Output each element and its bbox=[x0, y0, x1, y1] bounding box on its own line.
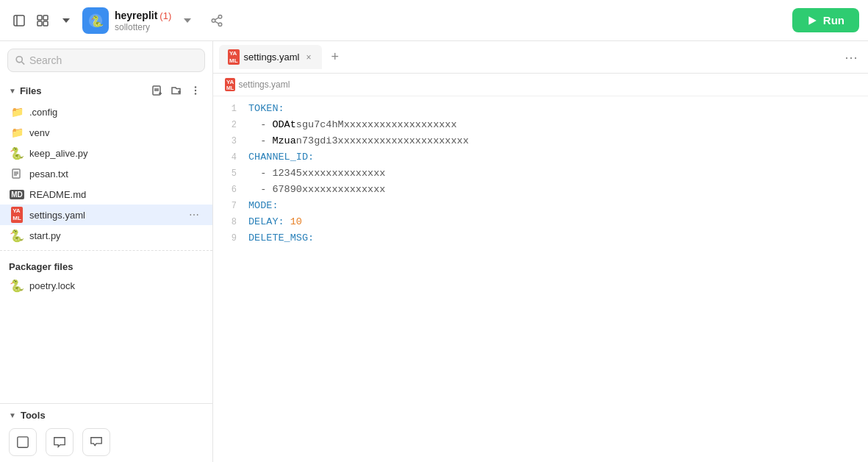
files-more-button[interactable] bbox=[187, 82, 204, 99]
sidebar-toggle-button[interactable] bbox=[9, 10, 29, 31]
dropdown-toggle-button[interactable] bbox=[56, 10, 76, 31]
svg-marker-9 bbox=[184, 18, 191, 23]
svg-point-16 bbox=[16, 57, 22, 63]
new-file-button[interactable] bbox=[149, 82, 165, 99]
tab-close-button[interactable]: × bbox=[304, 51, 313, 63]
svg-rect-2 bbox=[37, 15, 42, 20]
code-line: 5 - 12345xxxxxxxxxxxxxx bbox=[213, 167, 868, 183]
code-line: 4 CHANNEL_ID: bbox=[213, 151, 868, 167]
files-label-group: ▼ Files bbox=[9, 85, 42, 96]
search-bar[interactable] bbox=[7, 49, 205, 72]
svg-marker-6 bbox=[62, 18, 70, 23]
file-name: venv bbox=[29, 127, 202, 138]
svg-line-13 bbox=[215, 21, 219, 24]
file-name: README.md bbox=[29, 189, 202, 200]
python-icon: 🐍 bbox=[10, 279, 24, 292]
tools-label: ▼ Tools bbox=[9, 410, 204, 421]
tab-label: settings.yaml bbox=[244, 51, 300, 63]
breadcrumb-text: settings.yaml bbox=[238, 79, 290, 90]
list-item[interactable]: 🐍 keep_alive.py bbox=[0, 143, 212, 163]
repl-subtitle: sollottery bbox=[115, 22, 171, 32]
breadcrumb-yaml-icon: YAML bbox=[225, 78, 235, 91]
code-line: 1 TOKEN: bbox=[213, 102, 868, 118]
file-name: .config bbox=[29, 107, 202, 118]
repl-logo: 🐍 bbox=[82, 7, 109, 34]
svg-rect-32 bbox=[18, 437, 28, 447]
folder-icon: 📁 bbox=[10, 105, 24, 118]
code-line: 3 - Mzuan73gdi3xxxxxxxxxxxxxxxxxxxxxx bbox=[213, 135, 868, 151]
svg-point-10 bbox=[219, 15, 223, 18]
new-folder-button[interactable] bbox=[168, 82, 184, 99]
svg-text:🐍: 🐍 bbox=[90, 14, 104, 27]
svg-point-25 bbox=[195, 86, 196, 88]
layout-toggle-button[interactable] bbox=[32, 10, 53, 31]
files-actions bbox=[149, 82, 204, 99]
sidebar: ▼ Files 📁 .config bbox=[0, 41, 213, 462]
list-item[interactable]: 📁 venv bbox=[0, 122, 212, 143]
topbar-left: 🐍 heyreplit(1) sollottery bbox=[9, 7, 227, 34]
tools-icons bbox=[9, 425, 204, 459]
list-item[interactable]: MD README.md bbox=[0, 184, 212, 205]
sidebar-toggle-icons bbox=[9, 10, 76, 31]
search-input[interactable] bbox=[29, 54, 197, 66]
tab-more-button[interactable]: ⋯ bbox=[840, 46, 862, 68]
svg-marker-15 bbox=[808, 16, 817, 25]
editor-area: YAML settings.yaml × + ⋯ YAML settings.y… bbox=[213, 41, 868, 462]
repl-title-block: heyreplit(1) sollottery bbox=[115, 9, 171, 32]
svg-rect-0 bbox=[14, 15, 24, 26]
code-line: 9 DELETE_MSG: bbox=[213, 232, 868, 248]
tab-bar: YAML settings.yaml × + ⋯ bbox=[213, 41, 868, 74]
tab-settings-yaml[interactable]: YAML settings.yaml × bbox=[219, 45, 322, 69]
files-label: Files bbox=[20, 85, 42, 96]
svg-point-11 bbox=[212, 18, 216, 22]
tab-yaml-icon: YAML bbox=[228, 49, 240, 65]
chat-tool-button[interactable] bbox=[46, 428, 73, 456]
packager-section-header: Packager files bbox=[0, 255, 212, 275]
svg-rect-4 bbox=[37, 21, 42, 26]
code-line: 7 MODE: bbox=[213, 199, 868, 216]
search-icon bbox=[15, 55, 25, 65]
section-divider bbox=[0, 250, 212, 251]
code-line: 2 - ODAtsgu7c4hMxxxxxxxxxxxxxxxxxxx bbox=[213, 118, 868, 135]
yaml-icon: YAML bbox=[10, 208, 24, 221]
tools-section: ▼ Tools bbox=[0, 403, 212, 462]
files-section-header: ▼ Files bbox=[0, 77, 212, 102]
console-tool-button[interactable] bbox=[9, 428, 37, 456]
svg-line-17 bbox=[21, 62, 24, 65]
list-item[interactable]: 🐍 poetry.lock bbox=[0, 275, 212, 296]
text-file-icon bbox=[10, 167, 24, 180]
run-button[interactable]: Run bbox=[792, 8, 859, 32]
svg-line-14 bbox=[215, 17, 219, 19]
markdown-icon: MD bbox=[10, 188, 24, 201]
file-name: pesan.txt bbox=[29, 168, 202, 180]
list-item[interactable]: 🐍 start.py bbox=[0, 225, 212, 246]
python-icon: 🐍 bbox=[10, 229, 24, 242]
share-button[interactable] bbox=[207, 10, 227, 31]
list-item[interactable]: 📁 .config bbox=[0, 102, 212, 122]
python-icon: 🐍 bbox=[10, 146, 24, 160]
breadcrumb: YAML settings.yaml bbox=[213, 74, 868, 96]
packager-label: Packager files bbox=[9, 261, 73, 272]
file-more-button[interactable]: ⋯ bbox=[186, 209, 202, 221]
file-name: settings.yaml bbox=[29, 210, 180, 221]
svg-point-27 bbox=[195, 93, 196, 94]
list-item[interactable]: YAML settings.yaml ⋯ bbox=[0, 205, 212, 225]
inbox-tool-button[interactable] bbox=[82, 428, 110, 456]
main-layout: ▼ Files 📁 .config bbox=[0, 41, 868, 462]
svg-rect-5 bbox=[43, 21, 48, 26]
sidebar-content: ▼ Files 📁 .config bbox=[0, 77, 212, 403]
topbar: 🐍 heyreplit(1) sollottery Run bbox=[0, 0, 868, 41]
tools-label-text: Tools bbox=[21, 410, 46, 421]
file-name: poetry.lock bbox=[29, 280, 202, 291]
new-tab-button[interactable]: + bbox=[325, 46, 345, 68]
file-name: start.py bbox=[29, 230, 202, 241]
code-line: 6 - 67890xxxxxxxxxxxxxx bbox=[213, 183, 868, 199]
folder-icon: 📁 bbox=[10, 126, 24, 139]
chevron-down-button[interactable] bbox=[177, 10, 198, 31]
code-line: 8 DELAY: 10 bbox=[213, 216, 868, 232]
files-chevron-icon: ▼ bbox=[9, 87, 16, 95]
file-name: keep_alive.py bbox=[29, 148, 202, 159]
svg-point-12 bbox=[219, 23, 223, 26]
code-editor[interactable]: 1 TOKEN: 2 - ODAtsgu7c4hMxxxxxxxxxxxxxxx… bbox=[213, 96, 868, 462]
list-item[interactable]: pesan.txt bbox=[0, 163, 212, 184]
